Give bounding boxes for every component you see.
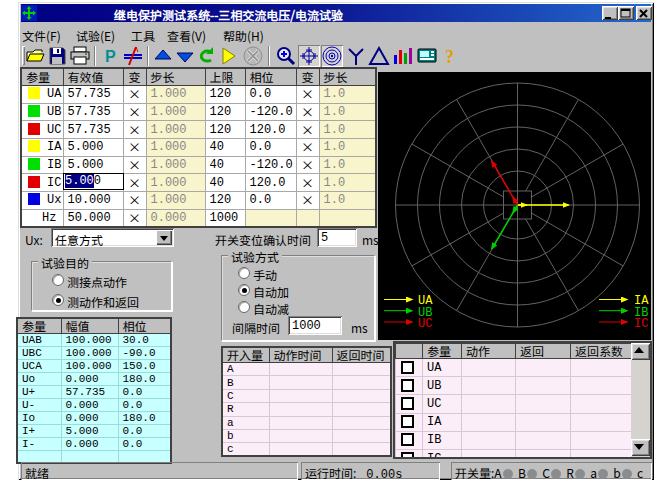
svg-text:?: ?: [445, 47, 454, 67]
svg-text:P: P: [105, 48, 116, 65]
svg-text:UC: UC: [418, 317, 432, 331]
svg-text:IC: IC: [634, 317, 648, 331]
